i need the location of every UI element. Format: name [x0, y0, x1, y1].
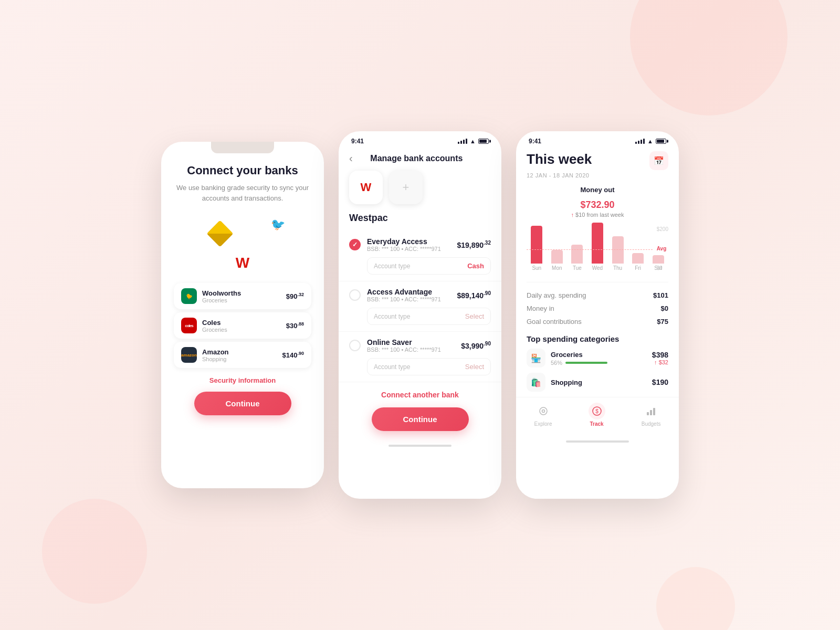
home-indicator-2: [388, 445, 452, 447]
account-online-saver-row: Online Saver BSB: *** 100 • ACC: *****97…: [349, 338, 491, 353]
security-link[interactable]: Security information: [209, 376, 276, 384]
account-type-everyday[interactable]: Account type Cash: [367, 257, 491, 275]
continue-button-1[interactable]: Continue: [194, 392, 291, 415]
connect-another-link[interactable]: Connect another bank: [339, 382, 501, 407]
westpac-chip[interactable]: W: [349, 171, 383, 204]
home-indicator-3: [566, 440, 629, 443]
account-saver-name: Online Saver: [367, 338, 455, 346]
top-spending-title: Top spending categories: [527, 334, 668, 343]
status-time-3: 9:41: [529, 138, 541, 145]
account-saver-info: Online Saver BSB: *** 100 • ACC: *****97…: [367, 338, 455, 353]
bar-sun: Sun: [531, 226, 542, 271]
nav-budgets[interactable]: Budgets: [642, 403, 661, 427]
bar-tue-fill: [571, 245, 583, 264]
txn-amazon: amazon Amazon Shopping $140.90: [174, 342, 311, 368]
nav-explore[interactable]: Explore: [534, 403, 552, 427]
svg-rect-6: [653, 408, 655, 415]
status-bar-2: 9:41 ▲: [339, 131, 501, 148]
svg-rect-4: [647, 412, 649, 415]
txn-coles-name: Coles: [202, 319, 281, 327]
bar-tue: Tue: [571, 245, 583, 271]
txn-coles-info: Coles Groceries: [202, 319, 281, 333]
account-saver-balance: $3,990.90: [461, 341, 491, 350]
week-header: This week 📅: [527, 148, 668, 170]
bar-wed: Wed: [592, 223, 603, 271]
status-icons-2: ▲: [458, 138, 489, 144]
groceries-icon: 🏪: [527, 349, 545, 368]
bar-thu: Thu: [612, 236, 624, 271]
groceries-info: Groceries 56%: [551, 351, 647, 366]
nav-track[interactable]: $ Track: [589, 403, 605, 427]
account-radio-advantage[interactable]: [349, 289, 361, 301]
phone-manage-accounts: 9:41 ▲ ‹ Manage bank accounts: [339, 131, 501, 499]
bar-thu-fill: [612, 236, 624, 264]
account-everyday-name: Everyday Access: [367, 237, 450, 246]
phones-container: Connect your banks We use banking grade …: [161, 131, 679, 499]
transaction-cards: 🐤 Woolworths Groceries $90.32 coles Cole…: [174, 283, 311, 368]
nav-explore-label: Explore: [534, 421, 552, 427]
txn-coles-cat: Groceries: [202, 327, 281, 333]
bar-fri-label: Fri: [635, 265, 641, 271]
account-advantage-bsb: BSB: *** 100 • ACC: *****971: [367, 296, 450, 302]
nav-track-label: Track: [590, 421, 604, 427]
txn-woolworths-cat: Groceries: [202, 297, 281, 303]
stat-daily-avg: Daily avg. spending $101: [527, 289, 668, 302]
status-bar-3: 9:41 ▲: [516, 131, 679, 148]
bank-logos-area: 🐦 W: [174, 214, 311, 277]
battery-icon-3: [656, 139, 666, 144]
account-saver-bsb: BSB: *** 100 • ACC: *****971: [367, 346, 455, 353]
avg-line: [527, 249, 653, 250]
arrow-up-icon: ↑: [571, 212, 574, 218]
stat-money-in-value: $0: [661, 304, 668, 312]
calendar-button[interactable]: 📅: [649, 151, 668, 170]
account-advantage-info: Access Advantage BSB: *** 100 • ACC: ***…: [367, 288, 450, 302]
account-radio-saver[interactable]: [349, 340, 361, 351]
phone2-header: ‹ Manage bank accounts: [339, 148, 501, 171]
shopping-name: Shopping: [551, 379, 647, 386]
account-everyday-balance: $19,890.32: [457, 240, 491, 249]
groceries-name: Groceries: [551, 351, 647, 359]
explore-icon: [535, 403, 552, 419]
week-dates: 12 JAN - 18 JAN 2020: [527, 172, 668, 178]
bar-mon-fill: [551, 250, 563, 264]
account-type-advantage[interactable]: Account type Select: [367, 308, 491, 325]
wifi-icon-3: ▲: [647, 138, 653, 144]
account-type-value-everyday: Cash: [467, 262, 484, 270]
groceries-bar: [565, 362, 607, 364]
budgets-icon: [643, 403, 659, 419]
stat-goal-label: Goal contributions: [527, 318, 582, 326]
money-out-change: ↑ $10 from last week: [527, 212, 668, 218]
bar-mon-label: Mon: [552, 265, 562, 271]
svg-text:$: $: [595, 408, 598, 414]
bank-selector-row: W +: [339, 171, 501, 213]
bar-wed-label: Wed: [592, 265, 603, 271]
bar-chart: Sun Mon Tue Wed: [527, 226, 668, 279]
account-everyday-bsb: BSB: *** 100 • ACC: *****971: [367, 246, 450, 252]
wifi-icon-2: ▲: [470, 138, 476, 144]
account-type-label-advantage: Account type: [374, 313, 410, 320]
groceries-amount-col: $398 ↑ $32: [652, 351, 668, 365]
connect-banks-body: Connect your banks We use banking grade …: [161, 159, 324, 484]
amazon-logo: amazon: [181, 347, 197, 363]
bar-sat-label: Sat: [654, 265, 662, 271]
woolworths-logo: 🐤: [181, 288, 197, 304]
account-type-saver[interactable]: Account type Select: [367, 358, 491, 375]
txn-woolworths-amount: $90.32: [286, 292, 304, 300]
groceries-pct: 56%: [551, 360, 562, 366]
westpac-logo-large: W: [236, 255, 249, 271]
txn-coles: coles Coles Groceries $30.88: [174, 312, 311, 339]
txn-woolworths: 🐤 Woolworths Groceries $90.32: [174, 283, 311, 309]
account-type-value-saver: Select: [465, 363, 484, 371]
shopping-icon: 🛍️: [527, 373, 545, 392]
stat-daily-avg-label: Daily avg. spending: [527, 291, 586, 299]
stat-goal-contributions: Goal contributions $75: [527, 315, 668, 328]
account-radio-everyday[interactable]: [349, 239, 361, 250]
continue-button-2[interactable]: Continue: [372, 407, 469, 431]
category-groceries: 🏪 Groceries 56% $398 ↑ $32: [527, 349, 668, 368]
add-bank-chip[interactable]: +: [389, 171, 423, 204]
txn-amazon-cat: Shopping: [202, 356, 277, 362]
stat-goal-value: $75: [657, 318, 668, 326]
money-out-label: Money out: [527, 186, 668, 194]
svg-rect-5: [650, 410, 652, 415]
back-button-2[interactable]: ‹: [349, 152, 353, 164]
